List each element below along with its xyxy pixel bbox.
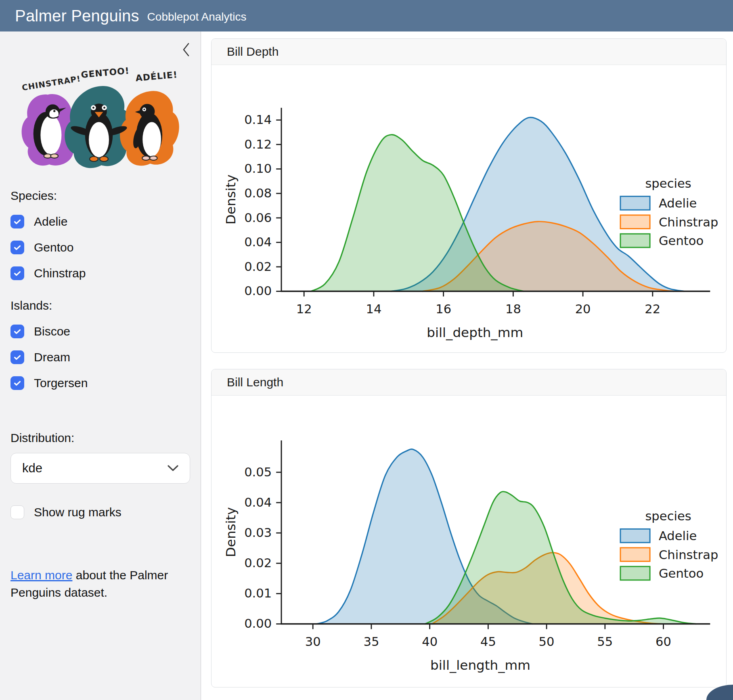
checkbox-label[interactable]: Biscoe — [34, 325, 70, 338]
penguins-illustration: CHINSTRAP! GENTOO! ADÉLIE! — [10, 48, 187, 172]
bill-length-card-title: Bill Length — [212, 369, 726, 396]
svg-text:Adelie: Adelie — [659, 196, 697, 210]
islands-filter-group: Islands: Biscoe Dream — [10, 299, 190, 390]
svg-text:Chinstrap: Chinstrap — [659, 548, 718, 562]
island-checkbox-row[interactable]: Torgersen — [10, 376, 190, 390]
adelie-caption: ADÉLIE! — [135, 69, 178, 83]
islands-label: Islands: — [10, 299, 190, 312]
species-checkbox-row[interactable]: Chinstrap — [10, 266, 190, 280]
species-filter-group: Species: Adelie Gentoo — [10, 189, 190, 280]
svg-text:30: 30 — [305, 635, 321, 649]
rug-checkbox[interactable] — [10, 505, 24, 519]
bill-depth-card: Bill Depth 1214161820220.000.020.040.060… — [211, 38, 727, 353]
main-content: Bill Depth 1214161820220.000.020.040.060… — [201, 31, 733, 700]
svg-text:12: 12 — [296, 302, 312, 316]
svg-text:16: 16 — [436, 302, 451, 316]
distribution-select-value: kde — [22, 461, 42, 476]
bill-length-plot: 303540455055600.000.010.020.030.040.05bi… — [216, 397, 722, 687]
species-checkbox-row[interactable]: Gentoo — [10, 241, 190, 254]
svg-text:bill_depth_mm: bill_depth_mm — [427, 325, 523, 340]
svg-text:22: 22 — [645, 302, 660, 316]
checkbox[interactable] — [10, 350, 24, 364]
svg-text:0.02: 0.02 — [244, 556, 272, 570]
checkbox-label[interactable]: Dream — [34, 350, 70, 364]
sidebar-collapse-button[interactable] — [180, 40, 192, 60]
app-subtitle: Cobblepot Analytics — [147, 10, 247, 23]
svg-text:0.03: 0.03 — [244, 526, 272, 540]
dataset-footnote: Learn more about the Palmer Penguins dat… — [10, 567, 184, 601]
island-checkbox-row[interactable]: Biscoe — [10, 325, 190, 338]
svg-text:45: 45 — [480, 635, 496, 649]
check-icon — [13, 327, 22, 336]
checkbox[interactable] — [10, 241, 24, 254]
svg-text:Adelie: Adelie — [659, 529, 697, 543]
island-checkbox-row[interactable]: Dream — [10, 350, 190, 364]
check-icon — [13, 217, 22, 226]
check-icon — [13, 269, 22, 278]
species-options: Adelie Gentoo Chinstrap — [10, 215, 190, 280]
svg-text:0.00: 0.00 — [244, 284, 272, 298]
checkbox-label[interactable]: Torgersen — [34, 376, 88, 390]
bill-length-card: Bill Length 303540455055600.000.010.020.… — [211, 369, 727, 687]
svg-text:species: species — [645, 176, 691, 191]
svg-text:35: 35 — [363, 635, 379, 649]
svg-text:0.00: 0.00 — [244, 616, 272, 631]
svg-text:Gentoo: Gentoo — [659, 234, 704, 248]
chevron-down-icon — [168, 465, 178, 472]
svg-text:60: 60 — [656, 635, 671, 649]
checkbox[interactable] — [10, 215, 24, 228]
svg-text:18: 18 — [505, 302, 521, 316]
svg-text:50: 50 — [539, 635, 555, 649]
svg-text:Density: Density — [223, 507, 239, 557]
checkbox[interactable] — [10, 266, 24, 280]
svg-text:0.04: 0.04 — [244, 495, 272, 509]
islands-options: Biscoe Dream Torgersen — [10, 325, 190, 390]
app-header: Palmer Penguins Cobblepot Analytics — [0, 0, 733, 31]
check-icon — [13, 243, 22, 252]
svg-text:0.01: 0.01 — [244, 586, 272, 600]
svg-text:0.12: 0.12 — [244, 137, 272, 151]
checkbox[interactable] — [10, 376, 24, 390]
distribution-group: Distribution: kde — [10, 431, 190, 484]
rug-checkbox-row[interactable]: Show rug marks — [10, 505, 190, 519]
species-checkbox-row[interactable]: Adelie — [10, 215, 190, 228]
distribution-select[interactable]: kde — [10, 453, 190, 484]
svg-text:0.08: 0.08 — [244, 186, 272, 200]
svg-text:0.02: 0.02 — [244, 260, 272, 274]
svg-text:20: 20 — [575, 302, 591, 316]
svg-text:Density: Density — [223, 174, 239, 224]
svg-text:55: 55 — [597, 635, 613, 649]
svg-text:Chinstrap: Chinstrap — [659, 215, 718, 229]
svg-text:0.04: 0.04 — [244, 235, 272, 249]
svg-text:0.06: 0.06 — [244, 211, 272, 225]
bill-depth-card-title: Bill Depth — [212, 39, 726, 65]
checkbox-label[interactable]: Adelie — [34, 215, 67, 228]
svg-text:0.05: 0.05 — [244, 465, 272, 479]
svg-text:0.10: 0.10 — [244, 161, 272, 176]
svg-text:Gentoo: Gentoo — [659, 566, 704, 581]
app-title: Palmer Penguins — [15, 7, 139, 25]
svg-text:40: 40 — [422, 635, 438, 649]
rug-checkbox-label[interactable]: Show rug marks — [34, 505, 121, 519]
check-icon — [13, 379, 22, 388]
svg-text:species: species — [645, 509, 691, 523]
learn-more-link[interactable]: Learn more — [10, 568, 72, 582]
chevron-left-icon — [182, 42, 190, 57]
checkbox-label[interactable]: Gentoo — [34, 241, 73, 254]
svg-text:bill_length_mm: bill_length_mm — [430, 658, 530, 673]
distribution-label: Distribution: — [10, 431, 190, 445]
gentoo-caption: GENTOO! — [81, 65, 130, 80]
bill-depth-plot: 1214161820220.000.020.040.060.080.100.12… — [216, 67, 722, 352]
sidebar: CHINSTRAP! GENTOO! ADÉLIE! Species: Adel… — [0, 31, 201, 700]
checkbox-label[interactable]: Chinstrap — [34, 266, 86, 280]
species-label: Species: — [10, 189, 190, 203]
svg-text:0.14: 0.14 — [244, 113, 272, 127]
svg-text:14: 14 — [366, 302, 381, 316]
chinstrap-caption: CHINSTRAP! — [21, 74, 82, 92]
check-icon — [13, 353, 22, 362]
checkbox[interactable] — [10, 325, 24, 338]
